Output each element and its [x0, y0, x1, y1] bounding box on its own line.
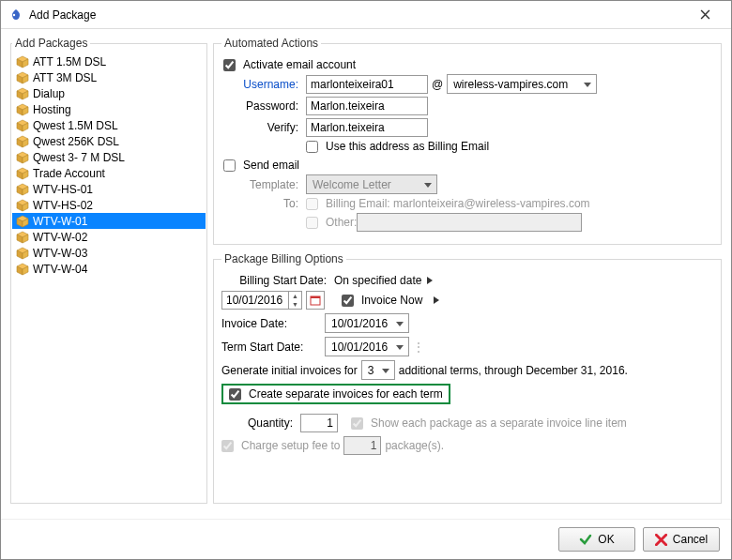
package-item[interactable]: Qwest 3- 7 M DSL [12, 149, 206, 165]
term-start-label: Term Start Date: [221, 341, 325, 354]
to-other-label: Other: [326, 216, 357, 229]
package-item-label: Qwest 256K DSL [33, 135, 119, 148]
to-label: To: [221, 197, 306, 210]
at-sign: @ [428, 78, 447, 91]
package-item-label: WTV-W-04 [33, 263, 87, 276]
package-item-label: WTV-W-01 [33, 215, 87, 228]
package-item[interactable]: WTV-HS-01 [12, 181, 206, 197]
quantity-input[interactable] [300, 414, 338, 432]
activate-email-label: Activate email account [243, 58, 356, 71]
package-item-label: Hosting [33, 103, 71, 116]
package-item-label: Dialup [33, 87, 65, 100]
billing-start-date-spinner[interactable]: ▲▼ [221, 291, 302, 310]
package-icon [16, 183, 29, 196]
package-item[interactable]: Qwest 1.5M DSL [12, 117, 206, 133]
invoice-date-label: Invoice Date: [221, 317, 325, 330]
username-label: Username: [221, 78, 306, 91]
package-item-label: Trade Account [33, 167, 105, 180]
quantity-label: Quantity: [221, 416, 300, 430]
automated-actions-legend: Automated Actions [221, 37, 321, 50]
package-item-label: WTV-W-03 [33, 247, 87, 260]
template-label: Template: [221, 178, 306, 191]
password-label: Password: [221, 99, 306, 113]
svg-point-0 [13, 13, 15, 15]
package-item[interactable]: WTV-W-03 [12, 245, 206, 261]
spin-up-icon[interactable]: ▲ [289, 292, 301, 300]
charge-prefix: Charge setup fee to [241, 439, 340, 452]
close-button[interactable] [686, 2, 724, 28]
package-item[interactable]: Hosting [12, 101, 206, 117]
generate-prefix: Generate initial invoices for [221, 364, 358, 377]
package-item[interactable]: WTV-W-01 [12, 213, 206, 229]
package-item[interactable]: WTV-HS-02 [12, 197, 206, 213]
dialog-buttons: OK Cancel [1, 519, 731, 559]
separate-invoices-checkbox[interactable]: Create separate invoices for each term [229, 387, 443, 401]
more-icon[interactable]: ⋮ [413, 341, 425, 354]
term-start-select[interactable]: 10/01/2016 [325, 337, 409, 356]
package-icon [16, 71, 29, 84]
package-item[interactable]: WTV-W-04 [12, 261, 206, 277]
package-item-label: ATT 1.5M DSL [33, 55, 106, 68]
package-icon [16, 55, 29, 68]
send-email-label: Send email [243, 159, 299, 172]
separate-invoices-label: Create separate invoices for each term [249, 387, 443, 401]
package-list[interactable]: ATT 1.5M DSLATT 3M DSLDialupHostingQwest… [12, 53, 206, 277]
activate-email-checkbox[interactable]: Activate email account [223, 58, 356, 71]
password-input[interactable] [306, 97, 428, 115]
charge-qty-input [343, 436, 381, 455]
package-icon [16, 135, 29, 148]
billing-email-label: Use this address as Billing Email [326, 140, 489, 153]
show-each-label: Show each package as a separate invoice … [371, 416, 627, 430]
charge-suffix: package(s). [385, 439, 444, 452]
package-item-label: Qwest 1.5M DSL [33, 119, 118, 132]
invoice-date-select[interactable]: 10/01/2016 [325, 313, 409, 333]
send-email-checkbox[interactable]: Send email [223, 159, 299, 172]
billing-options-group: Package Billing Options Billing Start Da… [213, 252, 722, 504]
ok-button[interactable]: OK [558, 527, 635, 552]
domain-select[interactable]: wireless-vampires.com [447, 74, 597, 94]
generate-terms-select[interactable]: 3 [361, 360, 395, 380]
billing-start-mode[interactable]: On specified date [334, 274, 421, 287]
app-icon [8, 8, 23, 23]
to-other-checkbox: Other: [306, 216, 357, 229]
to-billing-checkbox: Billing Email: marlonteixeira@wireless-v… [306, 197, 590, 210]
to-other-input [357, 213, 582, 232]
package-item-label: ATT 3M DSL [33, 71, 97, 84]
add-packages-legend: Add Packages [12, 37, 90, 50]
template-select: Welcome Letter [306, 174, 437, 194]
cancel-button[interactable]: Cancel [643, 527, 720, 552]
package-item[interactable]: WTV-W-02 [12, 229, 206, 245]
show-each-checkbox: Show each package as a separate invoice … [351, 416, 627, 430]
billing-start-label: Billing Start Date: [221, 274, 334, 287]
package-item[interactable]: Trade Account [12, 165, 206, 181]
package-item[interactable]: Qwest 256K DSL [12, 133, 206, 149]
chevron-right-icon[interactable] [434, 296, 439, 304]
billing-start-date-input[interactable] [222, 292, 288, 309]
invoice-now-checkbox[interactable]: Invoice Now [342, 294, 422, 307]
package-icon [16, 247, 29, 260]
automated-actions-group: Automated Actions Activate email account… [213, 37, 722, 245]
spin-down-icon[interactable]: ▼ [289, 300, 301, 309]
generate-suffix: additional terms, through December 31, 2… [399, 364, 628, 377]
package-icon [16, 199, 29, 212]
titlebar: Add Package [1, 1, 731, 29]
package-icon [16, 119, 29, 132]
package-item[interactable]: ATT 1.5M DSL [12, 53, 206, 69]
calendar-button[interactable] [306, 291, 325, 310]
package-item[interactable]: Dialup [12, 85, 206, 101]
charge-setup-checkbox: Charge setup fee to [221, 439, 340, 452]
billing-email-checkbox[interactable]: Use this address as Billing Email [306, 140, 489, 153]
package-item[interactable]: ATT 3M DSL [12, 69, 206, 85]
package-item-label: Qwest 3- 7 M DSL [33, 151, 125, 164]
package-item-label: WTV-HS-02 [33, 199, 93, 212]
package-icon [16, 103, 29, 116]
username-input[interactable] [306, 75, 428, 94]
svg-rect-2 [311, 296, 320, 298]
add-packages-group: Add Packages ATT 1.5M DSLATT 3M DSLDialu… [10, 37, 207, 504]
verify-input[interactable] [306, 118, 428, 137]
package-item-label: WTV-W-02 [33, 231, 87, 244]
chevron-right-icon[interactable] [427, 277, 433, 284]
window-title: Add Package [29, 8, 686, 22]
package-icon [16, 231, 29, 244]
package-icon [16, 151, 29, 164]
